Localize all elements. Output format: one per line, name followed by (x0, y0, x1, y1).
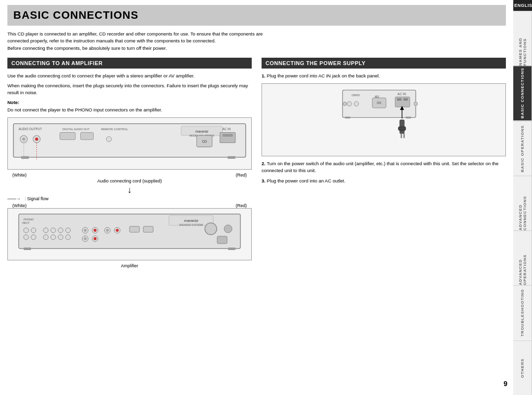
svg-text:AC IN: AC IN (398, 92, 406, 96)
svg-point-69 (347, 102, 352, 106)
power-step-2: 2. Turn on the power switch of the audio… (262, 160, 506, 175)
power-section-header: CONNECTING THE POWER SUPPLY (262, 58, 506, 69)
svg-rect-20 (228, 156, 235, 158)
sidebar-tab-basic-operations[interactable]: BASIC OPERATIONS (513, 121, 532, 176)
sidebar-tab-advanced-operations[interactable]: ADVANCED OPERATIONS (513, 230, 532, 285)
svg-point-70 (354, 102, 359, 106)
sidebar-tab-others[interactable]: OTHERS (513, 340, 532, 395)
svg-point-79 (343, 102, 346, 106)
arrow-down: ↓ (7, 185, 252, 194)
svg-point-34 (51, 228, 56, 233)
svg-point-48 (94, 237, 97, 240)
power-steps-list-2: 2. Turn on the power switch of the audio… (262, 160, 506, 184)
power-step-3: 3. Plug the power cord into an AC outlet… (262, 178, 506, 184)
svg-rect-65 (397, 98, 401, 101)
svg-rect-72 (406, 117, 411, 119)
white-label: (White) (12, 173, 27, 178)
amplifier-label: Amplifier (7, 263, 252, 268)
power-svg: atz D8005 AC IN ∞ (334, 88, 433, 152)
sidebar-tab-names-functions[interactable]: NAMES AND FUNCTIONS (513, 11, 532, 66)
amplifier-svg: marantz SPEAKER SYSTEMS PHONO INPUT (11, 212, 248, 256)
signal-flow-label: : Signal flow (25, 196, 49, 201)
note-label: Note: (7, 100, 252, 105)
intro-text: This CD player is connected to an amplif… (7, 31, 264, 52)
sidebar-tab-basic-connections[interactable]: BASIC CONNECTIONS (513, 66, 532, 120)
svg-text:REMOTE CONTROL: REMOTE CONTROL (101, 128, 128, 131)
english-label: ENGLISH (513, 0, 532, 11)
main-content: BASIC CONNECTIONS This CD player is conn… (0, 0, 513, 395)
svg-point-13 (106, 137, 111, 142)
amplifier-text-1: Use the audio connecting cord to connect… (7, 72, 252, 79)
cord-label: Audio connecting cord (supplied) (7, 179, 252, 183)
svg-point-39 (58, 235, 63, 240)
amplifier-section-header: CONNECTING TO AN AMPLIFIER (7, 58, 252, 69)
svg-point-8 (35, 138, 38, 141)
svg-point-52 (116, 229, 119, 232)
svg-point-32 (31, 235, 36, 240)
svg-text:PHONO: PHONO (24, 218, 34, 221)
svg-text:∞: ∞ (377, 99, 381, 106)
svg-point-38 (51, 235, 56, 240)
svg-rect-76 (403, 134, 405, 138)
intro-paragraph-2: Before connecting the components, be abs… (7, 45, 264, 52)
sidebar-tab-advanced-connections[interactable]: ADVANCED CONNECTIONS (513, 176, 532, 230)
page-title-bar: BASIC CONNECTIONS (7, 5, 506, 26)
svg-rect-54 (143, 226, 153, 232)
svg-point-78 (414, 102, 417, 106)
svg-rect-57 (217, 236, 227, 244)
power-supply-diagram: atz D8005 AC IN ∞ (262, 83, 506, 156)
power-section: CONNECTING THE POWER SUPPLY 1. Plug the … (262, 58, 506, 268)
svg-point-29 (24, 228, 29, 233)
red-label-2: (Red) (235, 203, 247, 208)
svg-rect-66 (403, 98, 408, 101)
svg-text:marantz: marantz (195, 129, 208, 133)
amplifier-section: CONNECTING TO AN AMPLIFIER Use the audio… (7, 58, 252, 268)
svg-text:INPUT: INPUT (22, 221, 30, 224)
svg-point-36 (66, 228, 70, 233)
svg-rect-16 (223, 134, 233, 136)
intro-paragraph-1: This CD player is connected to an amplif… (7, 31, 264, 45)
power-steps-list: 1. Plug the power cord into AC IN jack o… (262, 72, 506, 79)
svg-point-6 (22, 138, 25, 141)
page-title: BASIC CONNECTIONS (13, 9, 500, 22)
white-label-2: (White) (12, 203, 27, 208)
svg-rect-10 (60, 132, 75, 140)
svg-text:D8005: D8005 (352, 94, 360, 97)
signal-flow-row: ——→ : Signal flow (7, 196, 252, 201)
svg-rect-15 (220, 132, 235, 143)
connector-labels-bottom: (White) (Red) (7, 203, 252, 208)
svg-rect-74 (399, 127, 406, 130)
svg-point-46 (84, 237, 87, 240)
svg-text:∞: ∞ (202, 137, 207, 144)
note-text: Do not connect the player to the PHONO i… (7, 107, 252, 113)
svg-rect-75 (400, 134, 402, 138)
svg-point-56 (224, 225, 232, 233)
power-step-1: 1. Plug the power cord into AC IN jack o… (262, 72, 506, 79)
svg-rect-11 (80, 132, 93, 140)
svg-point-42 (84, 229, 87, 232)
signal-flow-arrow: ——→ (7, 196, 21, 201)
svg-text:DIGITAL AUDIO OUT: DIGITAL AUDIO OUT (63, 128, 90, 131)
red-label: (Red) (235, 173, 247, 178)
amplifier-diagram: marantz SPEAKER SYSTEMS PHONO INPUT (7, 208, 252, 260)
svg-point-50 (106, 229, 109, 232)
svg-text:AUDIO OUTPUT: AUDIO OUTPUT (19, 127, 42, 131)
svg-text:marantz: marantz (184, 218, 199, 223)
svg-rect-53 (130, 226, 139, 232)
svg-point-55 (205, 223, 217, 235)
svg-rect-19 (21, 156, 29, 158)
svg-point-30 (31, 228, 36, 233)
sidebar-tab-troubleshooting[interactable]: TROUBLESHOOTING (513, 285, 532, 340)
svg-point-31 (24, 235, 29, 240)
cd-player-diagram: marantz MODEL NO. CD6005 AUDIO OUTPUT DI… (7, 117, 252, 170)
amplifier-text-2: When making the connections, insert the … (7, 82, 252, 97)
svg-rect-59 (228, 248, 235, 250)
svg-rect-71 (345, 117, 350, 119)
cd-player-svg: marantz MODEL NO. CD6005 AUDIO OUTPUT DI… (11, 121, 248, 165)
svg-point-35 (58, 228, 63, 233)
svg-text:AC IN: AC IN (223, 127, 231, 131)
svg-point-40 (66, 235, 70, 240)
connector-labels-top: (White) (Red) (7, 173, 252, 178)
svg-rect-58 (24, 248, 31, 250)
two-column-layout: CONNECTING TO AN AMPLIFIER Use the audio… (7, 58, 506, 268)
